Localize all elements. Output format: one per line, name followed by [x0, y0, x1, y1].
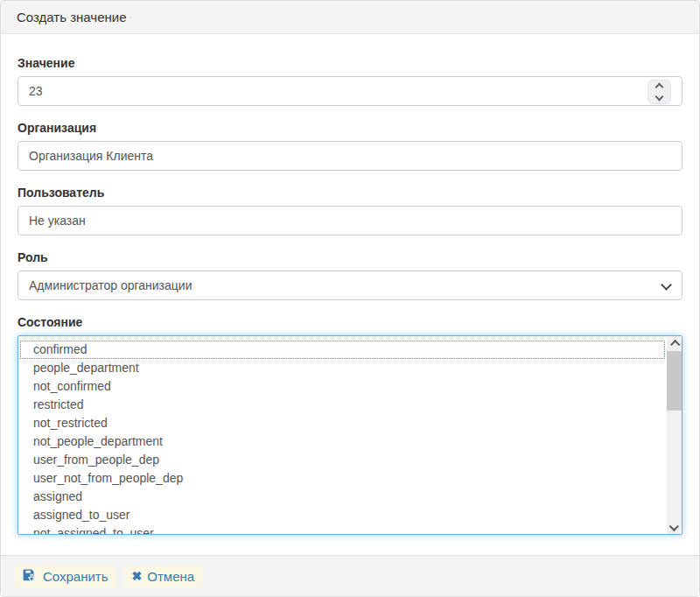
cancel-icon: ✖	[132, 570, 143, 582]
scrollbar-track[interactable]	[667, 351, 682, 519]
state-option[interactable]: not_assigned_to_user	[20, 524, 665, 534]
save-icon	[23, 569, 38, 583]
state-option[interactable]: not_confirmed	[20, 377, 665, 396]
save-button[interactable]: Сохранить	[15, 565, 116, 587]
create-value-panel: Создать значение Значение Организация По…	[0, 0, 700, 597]
state-option[interactable]: user_not_from_people_dep	[20, 469, 665, 488]
state-option[interactable]: restricted	[20, 396, 665, 414]
role-form-group: Роль Администратор организации	[18, 249, 682, 300]
state-listbox[interactable]: confirmed people_department not_confirme…	[18, 335, 682, 535]
state-option[interactable]: confirmed	[20, 341, 665, 359]
value-label: Значение	[18, 56, 74, 70]
scrollbar-up-button[interactable]	[667, 336, 682, 351]
value-form-group: Значение	[18, 55, 682, 106]
state-option[interactable]: people_department	[20, 359, 665, 377]
listbox-scrollbar[interactable]	[667, 336, 682, 534]
role-label: Роль	[18, 250, 48, 264]
state-option[interactable]: not_people_department	[20, 432, 665, 451]
value-input-wrap	[18, 76, 682, 106]
state-option[interactable]: assigned	[20, 488, 665, 506]
organization-label: Организация	[18, 121, 96, 135]
cancel-button[interactable]: ✖ Отмена	[124, 565, 203, 587]
organization-input[interactable]	[18, 141, 682, 171]
cancel-button-label: Отмена	[147, 569, 194, 584]
spinner-up-icon	[655, 83, 664, 92]
user-form-group: Пользователь	[18, 185, 682, 235]
scroll-down-icon	[668, 521, 678, 530]
save-button-label: Сохранить	[43, 569, 108, 584]
scrollbar-down-button[interactable]	[667, 519, 682, 534]
panel-footer: Сохранить ✖ Отмена	[1, 555, 699, 596]
scrollbar-thumb[interactable]	[667, 351, 682, 411]
organization-form-group: Организация	[18, 120, 682, 171]
state-options: confirmed people_department not_confirme…	[18, 336, 667, 534]
role-select-wrap: Администратор организации	[18, 270, 682, 300]
state-label: Состояние	[18, 315, 82, 329]
scroll-up-icon	[670, 340, 680, 349]
state-option[interactable]: assigned_to_user	[20, 506, 665, 524]
state-option[interactable]: not_restricted	[20, 414, 665, 432]
page-title: Создать значение	[17, 10, 127, 25]
spinner-down-icon	[655, 93, 664, 102]
role-select[interactable]: Администратор организации	[18, 270, 682, 300]
value-number-input[interactable]	[18, 76, 682, 106]
number-spinner[interactable]	[648, 80, 671, 104]
user-input[interactable]	[18, 206, 682, 235]
user-label: Пользователь	[18, 186, 104, 200]
panel-body: Значение Организация Пользователь Роль А…	[1, 34, 699, 555]
panel-heading: Создать значение	[1, 1, 699, 34]
state-option[interactable]: user_from_people_dep	[20, 451, 665, 469]
state-form-group: Состояние confirmed people_department no…	[18, 314, 682, 535]
